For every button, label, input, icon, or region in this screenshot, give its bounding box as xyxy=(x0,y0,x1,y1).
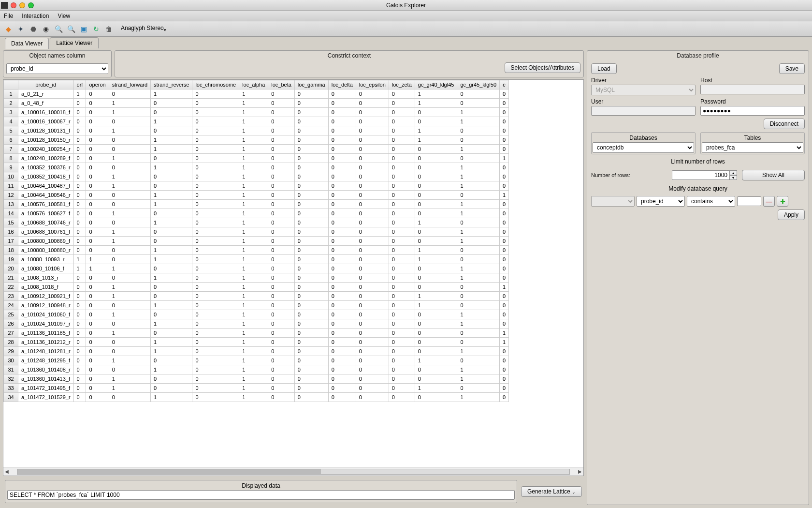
cell[interactable]: 0 xyxy=(457,356,500,365)
cell[interactable]: 0 xyxy=(73,181,86,191)
database-select[interactable]: conceptdb xyxy=(593,142,694,153)
cell[interactable]: 0 xyxy=(86,218,109,227)
cell[interactable]: 0 xyxy=(268,310,295,319)
cell[interactable]: 1 xyxy=(457,264,500,273)
cell[interactable]: 0 xyxy=(328,283,356,292)
cell[interactable]: 0 xyxy=(73,319,86,329)
cell[interactable]: a_100688_100746_r xyxy=(18,218,74,227)
cell[interactable]: 1 xyxy=(415,135,457,145)
column-header[interactable]: loc_chromosome xyxy=(192,80,239,90)
cell[interactable]: 0 xyxy=(500,292,509,301)
cell[interactable]: 1 xyxy=(109,154,150,163)
cell[interactable]: 0 xyxy=(294,237,328,246)
cell[interactable]: 0 xyxy=(294,310,328,319)
cell[interactable]: 0 xyxy=(109,145,150,154)
cell[interactable]: 1 xyxy=(415,99,457,108)
table-row[interactable]: 8a_100240_100289_f00100100000001 xyxy=(4,154,509,163)
cell[interactable]: 0 xyxy=(151,99,192,108)
grid-scroll-area[interactable]: probe_idorfoperonstrand_forwardstrand_re… xyxy=(3,80,583,467)
cell[interactable]: a_101248_101281_r xyxy=(18,347,74,356)
cell[interactable]: a_101360_101413_f xyxy=(18,374,74,384)
cell[interactable]: 0 xyxy=(73,310,86,319)
cell[interactable]: 0 xyxy=(389,283,415,292)
cell[interactable]: 0 xyxy=(415,347,457,356)
cell[interactable]: 0 xyxy=(356,135,389,145)
cell[interactable]: 0 xyxy=(192,99,239,108)
row-number[interactable]: 19 xyxy=(4,255,18,264)
cell[interactable]: 0 xyxy=(415,374,457,384)
cell[interactable]: 1 xyxy=(239,126,268,135)
cell[interactable]: 1 xyxy=(151,338,192,347)
cell[interactable]: 0 xyxy=(73,227,86,237)
cell[interactable]: 1 xyxy=(151,273,192,283)
close-icon[interactable] xyxy=(11,2,16,8)
row-number[interactable]: 8 xyxy=(4,154,18,163)
cell[interactable]: 0 xyxy=(73,172,86,181)
cell[interactable]: 0 xyxy=(415,237,457,246)
query-column-select[interactable]: probe_id xyxy=(637,196,685,207)
cell[interactable]: 0 xyxy=(268,246,295,255)
cell[interactable]: 0 xyxy=(389,310,415,319)
row-number[interactable]: 14 xyxy=(4,209,18,218)
cell[interactable]: a_101360_101408_r xyxy=(18,365,74,374)
cell[interactable]: 1 xyxy=(457,163,500,172)
cell[interactable]: 0 xyxy=(415,283,457,292)
cell[interactable]: 0 xyxy=(356,374,389,384)
cell[interactable]: 0 xyxy=(86,374,109,384)
cell[interactable]: 0 xyxy=(109,301,150,310)
row-number[interactable]: 16 xyxy=(4,227,18,237)
cell[interactable]: 0 xyxy=(86,356,109,365)
numrows-up-icon[interactable]: ▲ xyxy=(729,170,737,175)
cell[interactable]: 0 xyxy=(268,384,295,393)
cell[interactable]: 0 xyxy=(389,200,415,209)
cell[interactable]: 0 xyxy=(457,246,500,255)
cell[interactable]: 0 xyxy=(500,135,509,145)
cell[interactable]: 0 xyxy=(356,99,389,108)
cell[interactable]: 1 xyxy=(151,301,192,310)
row-number[interactable]: 4 xyxy=(4,117,18,126)
cell[interactable]: 0 xyxy=(268,264,295,273)
cell[interactable]: 0 xyxy=(268,338,295,347)
tool-icon-1[interactable]: ◆ xyxy=(4,25,13,33)
cell[interactable]: 0 xyxy=(415,310,457,319)
cell[interactable]: 0 xyxy=(109,255,150,264)
cell[interactable]: 0 xyxy=(415,200,457,209)
cell[interactable]: 1 xyxy=(239,227,268,237)
refresh-icon[interactable]: ↻ xyxy=(92,25,101,33)
table-row[interactable]: 23a_100912_100921_f00100100000100 xyxy=(4,292,509,301)
row-number[interactable]: 29 xyxy=(4,347,18,356)
cell[interactable]: 1 xyxy=(86,255,109,264)
cell[interactable]: 1 xyxy=(151,200,192,209)
cell[interactable]: 0 xyxy=(192,292,239,301)
table-row[interactable]: 19a_10080_10093_r11010100000100 xyxy=(4,255,509,264)
cell[interactable]: 0 xyxy=(86,237,109,246)
cell[interactable]: 0 xyxy=(86,145,109,154)
cell[interactable]: 0 xyxy=(328,181,356,191)
cell[interactable]: 0 xyxy=(356,172,389,181)
column-header[interactable]: probe_id xyxy=(18,80,74,90)
cell[interactable]: 0 xyxy=(73,99,86,108)
cell[interactable]: 0 xyxy=(457,292,500,301)
cell[interactable]: 0 xyxy=(268,374,295,384)
save-button[interactable]: Save xyxy=(779,63,805,74)
cell[interactable]: 1 xyxy=(239,209,268,218)
cell[interactable]: 0 xyxy=(415,172,457,181)
row-number[interactable]: 32 xyxy=(4,374,18,384)
cell[interactable]: a_100128_100131_f xyxy=(18,126,74,135)
cell[interactable]: 0 xyxy=(500,264,509,273)
cell[interactable]: 0 xyxy=(500,237,509,246)
cell[interactable]: 0 xyxy=(268,319,295,329)
cell[interactable]: 1 xyxy=(500,191,509,200)
row-number[interactable]: 28 xyxy=(4,338,18,347)
cell[interactable]: 0 xyxy=(73,283,86,292)
cell[interactable]: a_100912_100948_r xyxy=(18,301,74,310)
cell[interactable]: 0 xyxy=(415,181,457,191)
table-row[interactable]: 16a_100688_100761_f00100100000010 xyxy=(4,227,509,237)
cell[interactable]: a_100352_100418_f xyxy=(18,172,74,181)
cell[interactable]: a_100128_100150_r xyxy=(18,135,74,145)
cell[interactable]: 1 xyxy=(457,365,500,374)
cell[interactable]: 0 xyxy=(294,356,328,365)
cell[interactable]: 0 xyxy=(73,273,86,283)
cell[interactable]: 0 xyxy=(73,338,86,347)
cell[interactable]: 0 xyxy=(356,145,389,154)
